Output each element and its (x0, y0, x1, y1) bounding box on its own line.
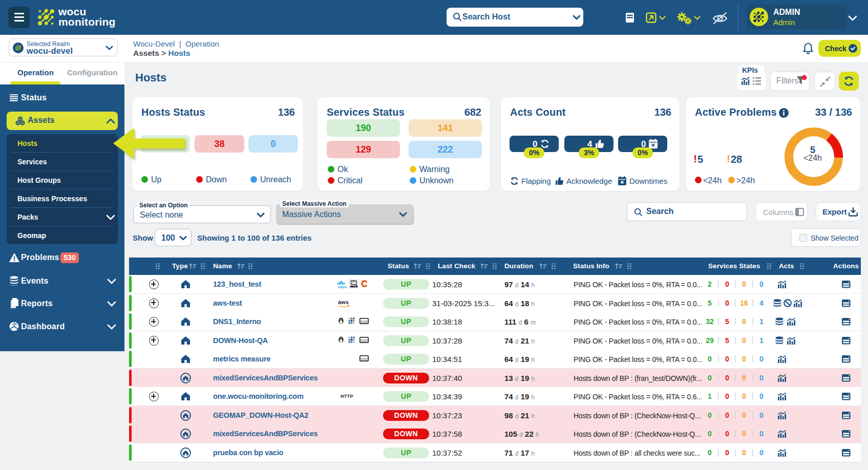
svg-text:aws: aws (338, 299, 349, 305)
svg-text:cisco: cisco (338, 285, 347, 289)
